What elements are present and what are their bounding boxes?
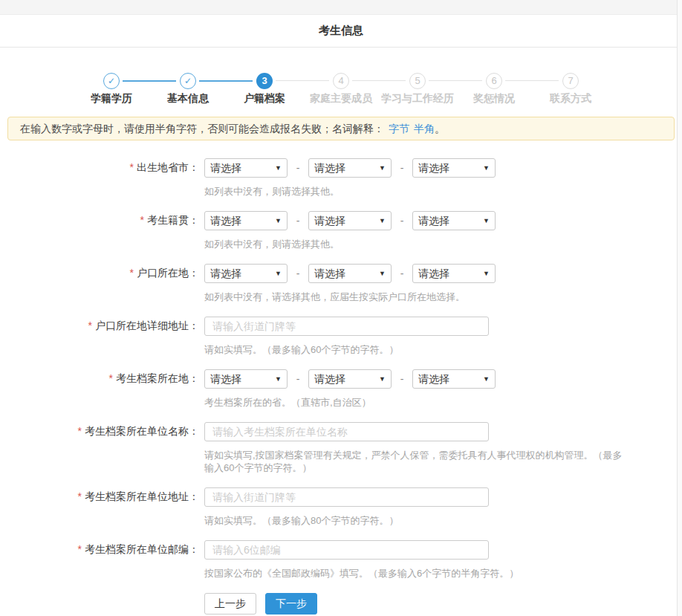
field-help-text: 如列表中没有，则请选择其他。	[204, 185, 629, 198]
step-circle: 7	[562, 73, 579, 89]
required-asterisk: *	[78, 490, 82, 502]
form-row-household-location: *户口所在地： 请选择 ▼ - 请选择 ▼ - 请选择 ▼ 如列表中没有，请选择…	[0, 264, 682, 303]
archive-location-select-1[interactable]: 请选择	[204, 369, 288, 389]
select-separator: -	[288, 268, 308, 279]
select-separator: -	[392, 373, 412, 385]
archive-location-select-3[interactable]: 请选择	[412, 369, 496, 389]
archive-unit-postcode-input[interactable]	[204, 540, 489, 560]
select-separator: -	[288, 373, 308, 385]
step-label: 联系方式	[533, 91, 609, 105]
field-help-text: 如列表中没有，请选择其他，应届生按实际户口所在地选择。	[204, 291, 629, 303]
birthplace-select-2[interactable]: 请选择	[308, 158, 392, 178]
field-label: *户口所在地详细地址：	[0, 320, 199, 333]
archive-unit-name-input[interactable]	[204, 422, 489, 441]
candidate-info-page: 考生信息 ✓ 学籍学历 ✓ 基本信息 3 户籍档案 4 家庭主要成员 5 学习与…	[0, 0, 682, 615]
stepper-step-3: 3 户籍档案	[227, 73, 303, 105]
field-help-text: 按国家公布的《全国邮政编码》填写。（最多输入6个字节的半角字符。）	[204, 567, 629, 580]
halfwidth-definition-link[interactable]: 半角	[414, 123, 435, 134]
step-connector-line	[123, 80, 176, 82]
required-asterisk: *	[88, 320, 92, 331]
field-label: *考生档案所在单位地址：	[0, 490, 199, 504]
select-separator: -	[288, 215, 308, 227]
field-label: *考生籍贯：	[0, 214, 199, 227]
form-row-archive-unit-address: *考生档案所在单位地址： 请如实填写。（最多输入80个字节的字符。）	[0, 487, 682, 527]
step-check-icon: ✓	[180, 73, 196, 89]
page-title: 考生信息	[319, 24, 363, 38]
archive-location-select-2[interactable]: 请选择	[308, 369, 392, 389]
notice-banner: 在输入数字或字母时，请使用半角字符，否则可能会造成报名失败；名词解释：字节半角。	[7, 117, 675, 140]
field-help-text: 请如实填写,按国家档案管理有关规定，严禁个人保管，需委托具有人事代理权的机构管理…	[204, 449, 629, 474]
step-circle: 5	[409, 73, 426, 89]
birthplace-select-3[interactable]: 请选择	[412, 158, 496, 178]
notice-suffix: 。	[435, 123, 445, 134]
form-row-archive-unit-name: *考生档案所在单位名称： 请如实填写,按国家档案管理有关规定，严禁个人保管，需委…	[0, 422, 682, 474]
step-connector-line	[505, 80, 559, 81]
step-label: 奖惩情况	[456, 91, 533, 105]
field-label: *出生地省市：	[0, 161, 199, 175]
step-label: 户籍档案	[227, 91, 303, 105]
step-label: 基本信息	[150, 91, 227, 105]
step-check-icon: ✓	[103, 73, 120, 89]
household-location-select-3[interactable]: 请选择	[412, 264, 496, 283]
field-help-text: 如列表中没有，则请选择其他。	[204, 238, 629, 250]
stepper-step-5: 5 学习与工作经历	[380, 73, 456, 105]
step-circle: 6	[486, 73, 502, 89]
native-place-select-1[interactable]: 请选择	[204, 211, 288, 230]
step-connector-line	[276, 80, 329, 81]
household-location-select-2[interactable]: 请选择	[308, 264, 392, 283]
stepper-step-4: 4 家庭主要成员	[303, 73, 380, 105]
field-label: *考生档案所在地：	[0, 372, 199, 386]
stepper-step-2: ✓ 基本信息	[150, 73, 227, 105]
select-separator: -	[392, 268, 412, 279]
field-help-text: 考生档案所在的省。（直辖市,自治区）	[204, 396, 629, 409]
native-place-select-2[interactable]: 请选择	[308, 211, 392, 230]
step-circle: 3	[256, 73, 273, 89]
step-indicator: ✓ 学籍学历 ✓ 基本信息 3 户籍档案 4 家庭主要成员 5 学习与工作经历 …	[0, 73, 682, 105]
select-separator: -	[392, 162, 412, 174]
select-separator: -	[392, 215, 412, 227]
form-row-birthplace: *出生地省市： 请选择 ▼ - 请选择 ▼ - 请选择 ▼ 如列表中没有，则请选…	[0, 158, 682, 198]
step-connector-line	[352, 80, 406, 81]
native-place-select-3[interactable]: 请选择	[412, 211, 496, 230]
required-asterisk: *	[109, 372, 113, 384]
field-label: *考生档案所在单位名称：	[0, 425, 199, 438]
prev-step-button[interactable]: 上一步	[204, 593, 256, 615]
step-circle: 4	[333, 73, 349, 89]
form-row-archive-location: *考生档案所在地： 请选择 ▼ - 请选择 ▼ - 请选择 ▼ 考生档案所在的省…	[0, 369, 682, 409]
required-asterisk: *	[78, 543, 82, 555]
step-connector-line	[429, 80, 482, 81]
scrollbar-track[interactable]	[677, 0, 682, 616]
step-label: 家庭主要成员	[303, 91, 380, 105]
required-asterisk: *	[78, 425, 82, 437]
archive-unit-address-input[interactable]	[204, 487, 489, 507]
stepper-step-6: 6 奖惩情况	[456, 73, 533, 105]
field-label: *户口所在地：	[0, 267, 199, 280]
household-archive-form: *出生地省市： 请选择 ▼ - 请选择 ▼ - 请选择 ▼ 如列表中没有，则请选…	[0, 158, 682, 580]
required-asterisk: *	[140, 214, 144, 226]
required-asterisk: *	[130, 267, 134, 279]
stepper-step-1: ✓ 学籍学历	[74, 73, 150, 105]
form-row-archive-unit-postcode: *考生档案所在单位邮编： 按国家公布的《全国邮政编码》填写。（最多输入6个字节的…	[0, 540, 682, 580]
byte-definition-link[interactable]: 字节	[389, 123, 409, 134]
step-label: 学习与工作经历	[380, 91, 456, 105]
required-asterisk: *	[130, 161, 134, 173]
notice-text: 在输入数字或字母时，请使用半角字符，否则可能会造成报名失败；名词解释：	[20, 123, 384, 134]
stepper-step-7: 7 联系方式	[533, 73, 609, 105]
field-label: *考生档案所在单位邮编：	[0, 543, 199, 557]
select-separator: -	[288, 162, 308, 174]
title-bar: 考生信息	[0, 15, 682, 48]
form-actions: 上一步 下一步	[204, 593, 682, 615]
household-address-input[interactable]	[204, 317, 489, 336]
step-connector-line	[199, 80, 253, 82]
field-help-text: 请如实填写。（最多输入80个字节的字符。）	[204, 514, 629, 527]
next-step-button[interactable]: 下一步	[265, 593, 317, 615]
step-label: 学籍学历	[74, 91, 150, 105]
form-row-household-address: *户口所在地详细地址： 请如实填写。（最多输入60个字节的字符。）	[0, 317, 682, 356]
household-location-select-1[interactable]: 请选择	[204, 264, 288, 283]
field-help-text: 请如实填写。（最多输入60个字节的字符。）	[204, 343, 629, 356]
form-row-native-place: *考生籍贯： 请选择 ▼ - 请选择 ▼ - 请选择 ▼ 如列表中没有，则请选择…	[0, 211, 682, 250]
birthplace-select-1[interactable]: 请选择	[204, 158, 288, 178]
top-strip	[0, 0, 682, 15]
